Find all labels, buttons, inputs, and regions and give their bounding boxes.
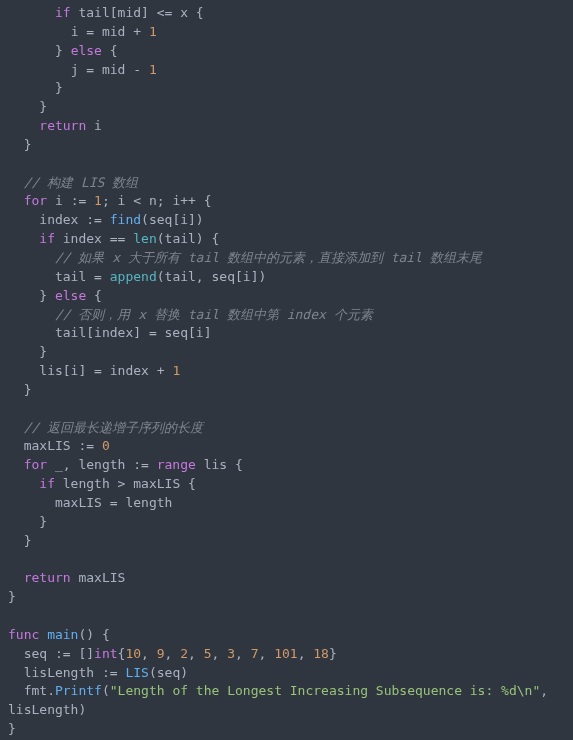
- token-operator: =: [110, 495, 118, 510]
- code-line: seq := []int{10, 9, 2, 5, 3, 7, 101, 18}: [8, 645, 565, 664]
- token-operator: :=: [55, 646, 71, 661]
- token-plain: }: [8, 721, 16, 736]
- token-keyword: if: [55, 5, 71, 20]
- token-plain: (tail, seq[i]): [157, 269, 267, 284]
- token-keyword: func: [8, 627, 39, 642]
- code-line: index := find(seq[i]): [8, 211, 565, 230]
- token-plain: ,: [188, 646, 204, 661]
- token-plain: }: [39, 514, 47, 529]
- token-plain: }: [39, 99, 47, 114]
- code-line: func main() {: [8, 626, 565, 645]
- code-line: tail[index] = seq[i]: [8, 324, 565, 343]
- token-operator: =: [149, 325, 157, 340]
- token-plain: {: [86, 288, 102, 303]
- token-plain: ,: [212, 646, 228, 661]
- token-plain: }: [24, 137, 32, 152]
- token-number: 1: [172, 363, 180, 378]
- token-plain: mid: [94, 24, 133, 39]
- token-plain: tail[index]: [55, 325, 149, 340]
- token-plain: [149, 457, 157, 472]
- code-line: }: [8, 532, 565, 551]
- code-line: for i := 1; i < n; i++ {: [8, 192, 565, 211]
- token-operator: +: [157, 363, 165, 378]
- token-number: 1: [149, 62, 157, 77]
- code-line: // 如果 x 大于所有 tail 数组中的元素，直接添加到 tail 数组末尾: [8, 249, 565, 268]
- token-func-name: main: [47, 627, 78, 642]
- token-number: 101: [274, 646, 297, 661]
- token-func-name: LIS: [125, 665, 148, 680]
- token-builtin: len: [133, 231, 156, 246]
- code-line: [8, 155, 565, 174]
- code-line: }: [8, 513, 565, 532]
- token-operator: +: [133, 24, 141, 39]
- token-plain: lisLength): [8, 702, 86, 717]
- token-keyword: if: [39, 476, 55, 491]
- code-line: // 返回最长递增子序列的长度: [8, 419, 565, 438]
- code-line: }: [8, 720, 565, 739]
- token-operator: :=: [133, 457, 149, 472]
- token-plain: }: [55, 43, 71, 58]
- token-plain: ,: [235, 646, 251, 661]
- token-operator: =: [94, 363, 102, 378]
- token-plain: lisLength: [24, 665, 102, 680]
- code-line: }: [8, 79, 565, 98]
- token-plain: seq[i]: [157, 325, 212, 340]
- token-number: 0: [102, 438, 110, 453]
- token-plain: }: [24, 533, 32, 548]
- token-operator: :=: [86, 212, 102, 227]
- token-plain: j: [71, 62, 87, 77]
- token-plain: index: [39, 212, 86, 227]
- token-comment: // 否则，用 x 替换 tail 数组中第 index 个元素: [55, 307, 373, 322]
- code-line: lis[i] = index + 1: [8, 362, 565, 381]
- code-line: i = mid + 1: [8, 23, 565, 42]
- token-comment: // 如果 x 大于所有 tail 数组中的元素，直接添加到 tail 数组末尾: [55, 250, 482, 265]
- token-plain: [102, 269, 110, 284]
- token-plain: (tail) {: [157, 231, 220, 246]
- code-editor[interactable]: if tail[mid] <= x { i = mid + 1 } else {…: [8, 4, 565, 739]
- token-plain: _, length: [47, 457, 133, 472]
- code-line: maxLIS := 0: [8, 437, 565, 456]
- token-plain: () {: [78, 627, 109, 642]
- token-keyword: range: [157, 457, 196, 472]
- token-keyword: if: [39, 231, 55, 246]
- token-operator: :=: [102, 665, 118, 680]
- token-plain: [102, 212, 110, 227]
- token-builtin: append: [110, 269, 157, 284]
- token-comment: // 返回最长递增子序列的长度: [24, 420, 203, 435]
- token-plain: fmt.: [24, 683, 55, 698]
- token-plain: ,: [141, 646, 157, 661]
- token-number: 7: [251, 646, 259, 661]
- token-operator: :=: [78, 438, 94, 453]
- token-plain: maxLIS: [55, 495, 110, 510]
- token-number: 10: [125, 646, 141, 661]
- token-plain: []: [71, 646, 94, 661]
- token-operator: -: [133, 62, 141, 77]
- token-comment: // 构建 LIS 数组: [24, 175, 139, 190]
- code-line: } else {: [8, 42, 565, 61]
- token-plain: lis[i]: [39, 363, 94, 378]
- token-plain: lis {: [196, 457, 243, 472]
- token-number: 1: [149, 24, 157, 39]
- code-line: for _, length := range lis {: [8, 456, 565, 475]
- token-type: int: [94, 646, 117, 661]
- token-plain: }: [55, 80, 63, 95]
- token-plain: {: [196, 193, 212, 208]
- code-line: return maxLIS: [8, 569, 565, 588]
- token-plain: ,: [298, 646, 314, 661]
- code-line: [8, 550, 565, 569]
- code-line: }: [8, 98, 565, 117]
- code-line: } else {: [8, 287, 565, 306]
- code-line: fmt.Printf("Length of the Longest Increa…: [8, 682, 565, 701]
- code-line: }: [8, 136, 565, 155]
- token-plain: [94, 438, 102, 453]
- token-number: 3: [227, 646, 235, 661]
- token-plain: tail: [55, 269, 94, 284]
- token-plain: [39, 627, 47, 642]
- token-plain: i: [47, 193, 70, 208]
- code-line: lisLength := LIS(seq): [8, 664, 565, 683]
- token-operator: <: [133, 193, 141, 208]
- token-plain: i: [86, 118, 102, 133]
- token-func-name: Printf: [55, 683, 102, 698]
- token-plain: ,: [165, 646, 181, 661]
- code-line: tail = append(tail, seq[i]): [8, 268, 565, 287]
